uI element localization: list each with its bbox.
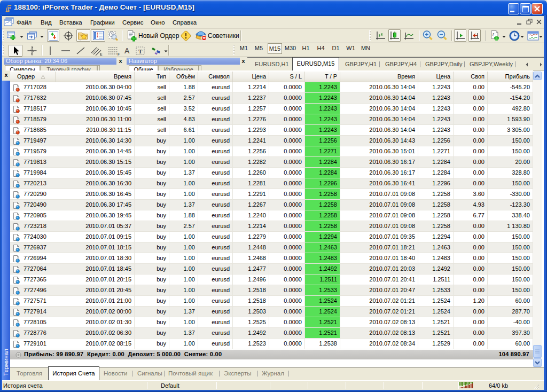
- svg-text:A: A: [124, 46, 130, 55]
- svg-text:F: F: [118, 52, 120, 56]
- svg-text:iP: iP: [6, 6, 11, 12]
- svg-text:E: E: [100, 52, 103, 56]
- svg-text:T: T: [138, 48, 143, 54]
